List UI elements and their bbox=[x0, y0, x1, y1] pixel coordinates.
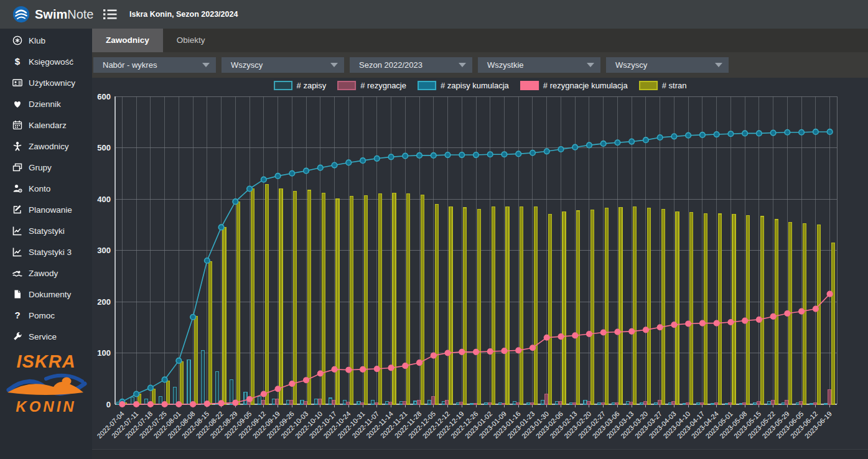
svg-text:0: 0 bbox=[106, 400, 111, 409]
x-axis-labels: 2022-07-042022-07-112022-07-182022-07-25… bbox=[96, 410, 834, 440]
legend-item-rezygnacje-kumulacja[interactable]: # rezygnacje kumulacja bbox=[520, 81, 628, 90]
legend-swatch bbox=[639, 81, 658, 90]
sidebar-item-label: Zawodnicy bbox=[29, 142, 69, 151]
filter-dropdown-value: Nabór - wykres bbox=[93, 60, 202, 70]
legend-label: # stran bbox=[662, 81, 687, 90]
legend-label: # zapisy kumulacja bbox=[441, 81, 509, 90]
sidebar-item-kalendarz[interactable]: Kalendarz bbox=[0, 114, 92, 136]
svg-text:?: ? bbox=[14, 310, 20, 320]
bars-stran bbox=[124, 185, 834, 404]
sidebar-item-label: Planowanie bbox=[29, 205, 72, 215]
swimnote-logo-icon bbox=[12, 6, 30, 23]
app-logo: SwimNote bbox=[0, 6, 92, 23]
groups-icon bbox=[12, 162, 22, 173]
svg-text:300: 300 bbox=[97, 246, 111, 255]
account-icon bbox=[12, 183, 22, 194]
filter-dropdown-value: Wszyscy bbox=[222, 60, 330, 70]
help-icon: ? bbox=[12, 310, 22, 321]
chevron-down-icon bbox=[330, 63, 338, 67]
sidebar-item-label: Kalendarz bbox=[29, 121, 67, 130]
legend-label: # rezygnacje kumulacja bbox=[543, 81, 628, 90]
sidebar-item-zawodnicy[interactable]: Zawodnicy bbox=[0, 136, 92, 157]
sidebar-item-label: Konto bbox=[29, 184, 50, 193]
sidebar-item-label: Zawody bbox=[29, 269, 58, 278]
menu-list-icon[interactable] bbox=[103, 9, 117, 20]
sidebar-item-uzytkownicy[interactable]: Użytkownicy bbox=[0, 72, 92, 93]
chevron-down-icon bbox=[715, 63, 722, 67]
club-icon bbox=[12, 35, 22, 46]
calendar-icon bbox=[12, 120, 22, 131]
sidebar-item-service[interactable]: Service bbox=[0, 326, 92, 347]
sidebar-item-konto[interactable]: Konto bbox=[0, 178, 92, 199]
sidebar-item-label: Dokumenty bbox=[29, 290, 71, 299]
sidebar-item-grupy[interactable]: Grupy bbox=[0, 157, 92, 178]
sidebar-item-label: Service bbox=[29, 332, 57, 341]
filter-dropdown-sezon[interactable]: Sezon 2022/2023 bbox=[350, 57, 472, 73]
sidebar-item-dziennik[interactable]: Dziennik bbox=[0, 93, 92, 114]
sidebar-item-pomoc[interactable]: ?Pomoc bbox=[0, 305, 92, 326]
y-axis-labels: 0100200300400500600 bbox=[97, 92, 111, 409]
legend-swatch bbox=[274, 81, 292, 90]
filter-bar: Nabór - wykresWszyscySezon 2022/2023Wszy… bbox=[92, 52, 868, 78]
svg-text:200: 200 bbox=[97, 297, 111, 307]
sidebar-item-statystyki-3[interactable]: Statystyki 3 bbox=[0, 241, 92, 262]
app-title: SwimNote bbox=[35, 7, 94, 22]
sidebar-item-label: Użytkownicy bbox=[29, 78, 75, 88]
service-icon bbox=[12, 332, 22, 342]
planning-icon bbox=[12, 205, 22, 215]
filter-dropdown-wszyscy[interactable]: Wszyscy bbox=[222, 57, 344, 73]
club-logo-text-top: ISKRA bbox=[0, 352, 92, 371]
filter-dropdown-nabor-wykres[interactable]: Nabór - wykres bbox=[93, 57, 216, 73]
sidebar-item-ksiegowosc[interactable]: $Księgowość bbox=[0, 51, 92, 72]
legend-label: # zapisy bbox=[297, 81, 327, 90]
chevron-down-icon bbox=[459, 63, 466, 67]
tab-zawodnicy[interactable]: Zawodnicy bbox=[92, 29, 163, 52]
sidebar-item-label: Grupy bbox=[29, 163, 52, 172]
sidebar-item-label: Statystyki bbox=[29, 226, 65, 236]
club-logo-text-bottom: KONIN bbox=[0, 399, 92, 415]
legend-swatch bbox=[520, 81, 539, 90]
sidebar-item-label: Pomoc bbox=[29, 311, 55, 320]
legend-item-rezygnacje[interactable]: # rezygnacje bbox=[337, 81, 406, 90]
top-bar: SwimNote Iskra Konin, Sezon 2023/2024 bbox=[0, 0, 868, 29]
sidebar: Klub$KsięgowośćUżytkownicyDziennikKalend… bbox=[0, 29, 92, 459]
chart-legend: # zapisy# rezygnacje# zapisy kumulacja# … bbox=[274, 81, 687, 90]
sidebar-item-klub[interactable]: Klub bbox=[0, 30, 92, 51]
page-title: Iskra Konin, Sezon 2023/2024 bbox=[129, 10, 238, 19]
competitions-icon bbox=[12, 268, 22, 279]
stats-icon bbox=[12, 247, 22, 257]
sidebar-item-dokumenty[interactable]: Dokumenty bbox=[0, 284, 92, 305]
legend-item-stran[interactable]: # stran bbox=[639, 81, 687, 90]
filter-dropdown-value: Sezon 2022/2023 bbox=[350, 60, 459, 70]
filter-dropdown-value: Wszystkie bbox=[478, 60, 587, 70]
sidebar-item-label: Klub bbox=[29, 36, 45, 45]
legend-swatch bbox=[337, 81, 356, 90]
sidebar-item-statystyki[interactable]: Statystyki bbox=[0, 220, 92, 241]
enrollment-chart: 01002003004005006002022-07-042022-07-112… bbox=[92, 78, 868, 450]
tab-obiekty[interactable]: Obiekty bbox=[163, 29, 219, 52]
documents-icon bbox=[12, 289, 22, 300]
accounting-icon: $ bbox=[12, 57, 22, 67]
svg-text:500: 500 bbox=[97, 143, 111, 152]
filter-dropdown-wszyscy-2[interactable]: Wszyscy bbox=[606, 57, 729, 73]
svg-text:400: 400 bbox=[97, 195, 111, 204]
sidebar-item-zawody[interactable]: Zawody bbox=[0, 262, 92, 284]
sidebar-item-label: Księgowość bbox=[29, 57, 73, 67]
filter-dropdown-wszystkie[interactable]: Wszystkie bbox=[478, 57, 600, 73]
filter-dropdown-value: Wszyscy bbox=[606, 60, 715, 70]
swimmer-logo-icon bbox=[5, 371, 87, 399]
chevron-down-icon bbox=[202, 63, 210, 67]
main-content: Zawodnicy Obiekty Nabór - wykresWszyscyS… bbox=[92, 29, 868, 459]
sidebar-item-planowanie[interactable]: Planowanie bbox=[0, 199, 92, 220]
tab-bar: Zawodnicy Obiekty bbox=[92, 29, 868, 52]
journal-icon bbox=[12, 99, 22, 109]
legend-item-zapisy[interactable]: # zapisy bbox=[274, 81, 327, 90]
sidebar-nav: Klub$KsięgowośćUżytkownicyDziennikKalend… bbox=[0, 29, 92, 347]
svg-text:100: 100 bbox=[97, 348, 111, 358]
chevron-down-icon bbox=[587, 63, 594, 67]
legend-swatch bbox=[418, 81, 436, 90]
club-logo: ISKRA KONIN bbox=[0, 352, 92, 415]
athletes-icon bbox=[12, 141, 22, 152]
legend-item-zapisy-kumulacja[interactable]: # zapisy kumulacja bbox=[418, 81, 509, 90]
svg-text:$: $ bbox=[14, 57, 20, 67]
